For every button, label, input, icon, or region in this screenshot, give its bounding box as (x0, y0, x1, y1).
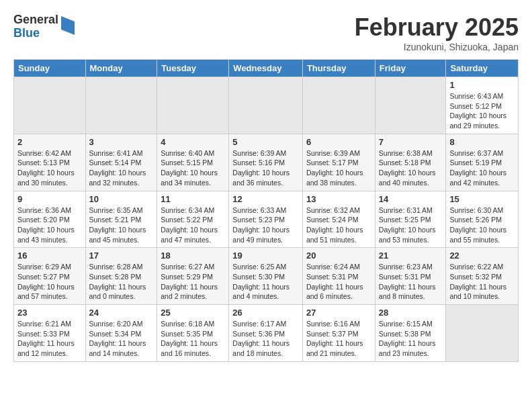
day-info: Sunrise: 6:30 AM Sunset: 5:26 PM Dayligh… (449, 205, 515, 245)
calendar-cell: 27Sunrise: 6:16 AM Sunset: 5:37 PM Dayli… (302, 305, 375, 362)
calendar-cell (157, 77, 229, 134)
calendar-cell: 6Sunrise: 6:39 AM Sunset: 5:17 PM Daylig… (302, 134, 375, 191)
calendar-week-row: 1Sunrise: 6:43 AM Sunset: 5:12 PM Daylig… (14, 77, 519, 134)
calendar-week-row: 9Sunrise: 6:36 AM Sunset: 5:20 PM Daylig… (14, 191, 519, 248)
day-number: 6 (306, 137, 371, 147)
day-info: Sunrise: 6:42 AM Sunset: 5:13 PM Dayligh… (17, 148, 82, 188)
calendar-cell (446, 305, 519, 362)
calendar-cell: 3Sunrise: 6:41 AM Sunset: 5:14 PM Daylig… (85, 134, 157, 191)
weekday-header: Saturday (446, 60, 519, 77)
day-info: Sunrise: 6:35 AM Sunset: 5:21 PM Dayligh… (89, 205, 154, 245)
day-number: 17 (89, 250, 154, 261)
day-info: Sunrise: 6:31 AM Sunset: 5:25 PM Dayligh… (379, 205, 443, 245)
weekday-header: Monday (85, 60, 157, 77)
calendar-week-row: 16Sunrise: 6:29 AM Sunset: 5:27 PM Dayli… (14, 248, 519, 305)
day-number: 8 (449, 137, 515, 147)
day-info: Sunrise: 6:15 AM Sunset: 5:38 PM Dayligh… (379, 319, 443, 359)
day-number: 15 (449, 194, 515, 204)
calendar-cell: 17Sunrise: 6:28 AM Sunset: 5:28 PM Dayli… (85, 248, 157, 305)
day-number: 4 (161, 137, 225, 147)
calendar-cell: 23Sunrise: 6:21 AM Sunset: 5:33 PM Dayli… (14, 305, 86, 362)
calendar-cell: 24Sunrise: 6:20 AM Sunset: 5:34 PM Dayli… (85, 305, 157, 362)
month-title: February 2025 (355, 13, 519, 42)
calendar-cell (302, 77, 375, 134)
weekday-header: Sunday (14, 60, 86, 77)
day-number: 22 (449, 250, 515, 261)
logo-blue: Blue (13, 27, 58, 40)
title-block: February 2025 Izunokuni, Shizuoka, Japan (355, 13, 519, 52)
calendar-cell: 1Sunrise: 6:43 AM Sunset: 5:12 PM Daylig… (446, 77, 519, 134)
logo-general: General (13, 13, 58, 27)
calendar-cell: 12Sunrise: 6:33 AM Sunset: 5:23 PM Dayli… (229, 191, 303, 248)
day-number: 28 (379, 308, 443, 318)
day-number: 7 (379, 137, 443, 147)
day-info: Sunrise: 6:28 AM Sunset: 5:28 PM Dayligh… (89, 262, 154, 302)
day-info: Sunrise: 6:29 AM Sunset: 5:27 PM Dayligh… (17, 262, 82, 302)
day-info: Sunrise: 6:16 AM Sunset: 5:37 PM Dayligh… (306, 319, 371, 359)
day-number: 3 (89, 137, 154, 147)
day-number: 9 (17, 194, 82, 204)
day-info: Sunrise: 6:38 AM Sunset: 5:18 PM Dayligh… (379, 148, 443, 188)
calendar-cell: 8Sunrise: 6:37 AM Sunset: 5:19 PM Daylig… (446, 134, 519, 191)
calendar-cell: 16Sunrise: 6:29 AM Sunset: 5:27 PM Dayli… (14, 248, 86, 305)
calendar-cell: 19Sunrise: 6:25 AM Sunset: 5:30 PM Dayli… (229, 248, 303, 305)
day-number: 18 (161, 250, 225, 261)
calendar-table: SundayMondayTuesdayWednesdayThursdayFrid… (13, 59, 519, 362)
day-number: 23 (17, 308, 82, 318)
day-number: 11 (161, 194, 225, 204)
day-info: Sunrise: 6:18 AM Sunset: 5:35 PM Dayligh… (161, 319, 225, 359)
day-info: Sunrise: 6:43 AM Sunset: 5:12 PM Dayligh… (449, 91, 515, 131)
day-info: Sunrise: 6:25 AM Sunset: 5:30 PM Dayligh… (232, 262, 299, 302)
calendar-cell (375, 77, 446, 134)
calendar-cell: 10Sunrise: 6:35 AM Sunset: 5:21 PM Dayli… (85, 191, 157, 248)
weekday-header: Wednesday (229, 60, 303, 77)
day-info: Sunrise: 6:23 AM Sunset: 5:31 PM Dayligh… (379, 262, 443, 302)
calendar-cell: 21Sunrise: 6:23 AM Sunset: 5:31 PM Dayli… (375, 248, 446, 305)
svg-marker-0 (61, 16, 75, 35)
calendar-cell: 25Sunrise: 6:18 AM Sunset: 5:35 PM Dayli… (157, 305, 229, 362)
calendar-cell: 26Sunrise: 6:17 AM Sunset: 5:36 PM Dayli… (229, 305, 303, 362)
day-info: Sunrise: 6:20 AM Sunset: 5:34 PM Dayligh… (89, 319, 154, 359)
location: Izunokuni, Shizuoka, Japan (355, 42, 519, 52)
calendar-cell: 22Sunrise: 6:22 AM Sunset: 5:32 PM Dayli… (446, 248, 519, 305)
calendar-cell: 18Sunrise: 6:27 AM Sunset: 5:29 PM Dayli… (157, 248, 229, 305)
day-info: Sunrise: 6:37 AM Sunset: 5:19 PM Dayligh… (449, 148, 515, 188)
day-info: Sunrise: 6:40 AM Sunset: 5:15 PM Dayligh… (161, 148, 225, 188)
day-number: 19 (232, 250, 299, 261)
day-number: 21 (379, 250, 443, 261)
day-info: Sunrise: 6:33 AM Sunset: 5:23 PM Dayligh… (232, 205, 299, 245)
day-info: Sunrise: 6:39 AM Sunset: 5:16 PM Dayligh… (232, 148, 299, 188)
calendar-cell: 2Sunrise: 6:42 AM Sunset: 5:13 PM Daylig… (14, 134, 86, 191)
calendar-cell: 9Sunrise: 6:36 AM Sunset: 5:20 PM Daylig… (14, 191, 86, 248)
day-info: Sunrise: 6:32 AM Sunset: 5:24 PM Dayligh… (306, 205, 371, 245)
day-number: 25 (161, 308, 225, 318)
weekday-header-row: SundayMondayTuesdayWednesdayThursdayFrid… (14, 60, 519, 77)
day-info: Sunrise: 6:39 AM Sunset: 5:17 PM Dayligh… (306, 148, 371, 188)
day-number: 1 (449, 80, 515, 90)
calendar-cell: 13Sunrise: 6:32 AM Sunset: 5:24 PM Dayli… (302, 191, 375, 248)
day-number: 5 (232, 137, 299, 147)
calendar-week-row: 2Sunrise: 6:42 AM Sunset: 5:13 PM Daylig… (14, 134, 519, 191)
weekday-header: Thursday (302, 60, 375, 77)
calendar-cell: 15Sunrise: 6:30 AM Sunset: 5:26 PM Dayli… (446, 191, 519, 248)
day-info: Sunrise: 6:41 AM Sunset: 5:14 PM Dayligh… (89, 148, 154, 188)
calendar-cell (229, 77, 303, 134)
calendar-cell: 11Sunrise: 6:34 AM Sunset: 5:22 PM Dayli… (157, 191, 229, 248)
logo-icon (61, 16, 75, 35)
day-info: Sunrise: 6:34 AM Sunset: 5:22 PM Dayligh… (161, 205, 225, 245)
day-number: 26 (232, 308, 299, 318)
calendar-week-row: 23Sunrise: 6:21 AM Sunset: 5:33 PM Dayli… (14, 305, 519, 362)
calendar-cell (14, 77, 86, 134)
calendar-cell: 4Sunrise: 6:40 AM Sunset: 5:15 PM Daylig… (157, 134, 229, 191)
day-info: Sunrise: 6:17 AM Sunset: 5:36 PM Dayligh… (232, 319, 299, 359)
page-header: General Blue February 2025 Izunokuni, Sh… (13, 13, 519, 52)
day-number: 24 (89, 308, 154, 318)
day-number: 2 (17, 137, 82, 147)
day-number: 13 (306, 194, 371, 204)
day-info: Sunrise: 6:21 AM Sunset: 5:33 PM Dayligh… (17, 319, 82, 359)
day-number: 27 (306, 308, 371, 318)
calendar-cell (85, 77, 157, 134)
day-info: Sunrise: 6:22 AM Sunset: 5:32 PM Dayligh… (449, 262, 515, 302)
day-number: 20 (306, 250, 371, 261)
day-number: 10 (89, 194, 154, 204)
